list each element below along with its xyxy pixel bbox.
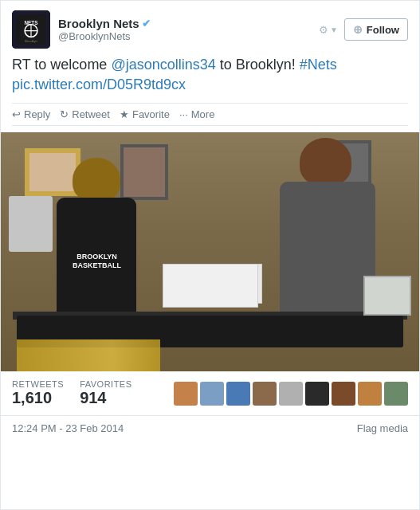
reply-label: Reply [24,108,50,120]
mini-avatar-4[interactable] [253,382,277,406]
follow-plus-icon: ⊕ [353,23,363,36]
retweets-value: 1,610 [12,389,64,407]
reply-icon [12,108,21,120]
favoriter-avatars [174,382,408,406]
paper-front [163,264,258,308]
user-info: NETS Brooklyn Brooklyn Nets ✔ @BrooklynN… [12,10,151,49]
username[interactable]: @BrooklynNets [58,30,151,42]
person-right-head [300,138,351,186]
retweets-label: RETWEETS [12,379,64,389]
stats-row: RETWEETS 1,610 FAVORITES 914 [1,371,419,416]
follow-button[interactable]: ⊕ Follow [344,18,408,41]
mini-avatar-1[interactable] [174,382,198,406]
mini-avatar-6[interactable] [305,382,329,406]
mini-avatar-5[interactable] [279,382,303,406]
retweet-label: Retweet [72,108,110,120]
tweet-prefix: RT to welcome [12,57,111,73]
flag-media-button[interactable]: Flag media [357,422,408,434]
tweet-image: BROOKLYNBASKETBALL [1,132,419,371]
tweet-mention[interactable]: @jasoncollins34 [111,57,215,73]
display-name: Brooklyn Nets ✔ [58,17,151,30]
follow-label: Follow [367,24,399,36]
mini-avatar-2[interactable] [200,382,224,406]
tweet-text: RT to welcome @jasoncollins34 to Brookly… [12,55,408,95]
retweet-action[interactable]: Retweet [60,108,110,120]
retweet-icon [60,108,69,120]
printer [9,196,53,252]
gear-chevron: ▼ [330,26,338,34]
avatar[interactable]: NETS Brooklyn [12,10,50,49]
mini-avatar-3[interactable] [226,382,250,406]
favorite-icon [120,108,129,120]
person-left-head [73,158,120,202]
ellipsis-icon [179,108,188,120]
floor-rug [17,339,160,371]
gear-icon: ⚙ [319,24,328,36]
tweet-url[interactable]: pic.twitter.com/D05R9td9cx [12,76,186,92]
person-right-body [280,182,375,317]
tweet-actions: Reply Retweet Favorite More [12,103,408,126]
tweet-container: NETS Brooklyn Brooklyn Nets ✔ @BrooklynN… [1,1,419,126]
laptop [363,276,411,316]
favorite-action[interactable]: Favorite [120,108,170,120]
more-label: More [191,108,215,120]
jersey-text: BROOKLYNBASKETBALL [73,253,121,270]
favorites-stat: FAVORITES 914 [80,379,131,407]
gear-button[interactable]: ⚙ ▼ [319,24,338,36]
mini-avatar-9[interactable] [384,382,408,406]
timestamp: 12:24 PM - 23 Feb 2014 [12,422,124,434]
reply-action[interactable]: Reply [12,108,50,120]
mini-avatar-8[interactable] [358,382,382,406]
footer-row: 12:24 PM - 23 Feb 2014 Flag media [1,416,419,441]
person-left-body: BROOKLYNBASKETBALL [57,198,136,317]
name-text[interactable]: Brooklyn Nets [58,17,139,30]
more-action[interactable]: More [179,108,214,120]
header-right: ⚙ ▼ ⊕ Follow [319,18,408,41]
retweets-stat: RETWEETS 1,610 [12,379,64,407]
verified-icon: ✔ [142,18,151,29]
photo-scene: BROOKLYNBASKETBALL [1,132,419,371]
favorites-value: 914 [80,389,131,407]
favorite-label: Favorite [132,108,170,120]
svg-text:Brooklyn: Brooklyn [25,39,37,43]
person-left: BROOKLYNBASKETBALL [49,174,144,317]
tweet-header: NETS Brooklyn Brooklyn Nets ✔ @BrooklynN… [12,10,408,49]
user-name-block: Brooklyn Nets ✔ @BrooklynNets [58,17,151,42]
tweet-hashtag[interactable]: #Nets [300,57,337,73]
stats-left: RETWEETS 1,610 FAVORITES 914 [12,379,132,407]
tweet-middle: to Brooklyn! [216,57,300,73]
favorites-label: FAVORITES [80,379,131,389]
mini-avatar-7[interactable] [332,382,355,406]
